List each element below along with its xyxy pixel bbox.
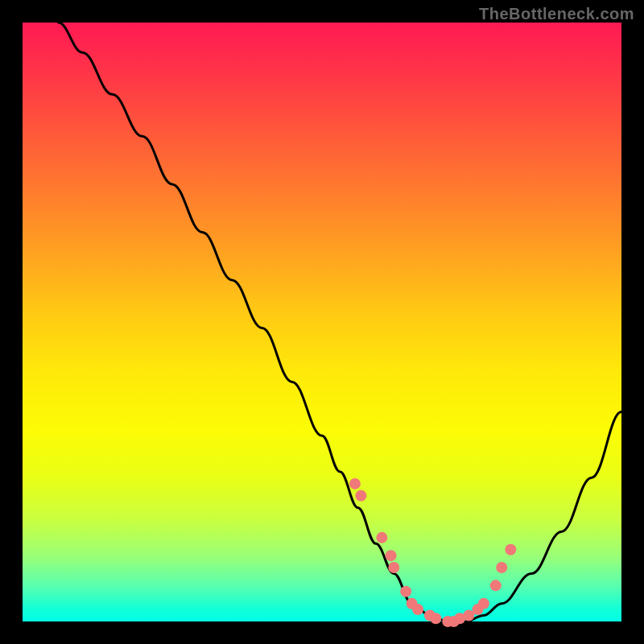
data-dot [400,586,411,597]
watermark-text: TheBottleneck.com [479,5,634,23]
data-dot [490,580,502,591]
data-dot [388,562,399,573]
data-dot [505,544,516,555]
data-dot [349,478,361,489]
data-dot [355,490,366,502]
data-dots-group [349,478,516,627]
data-dot [496,562,507,573]
data-dot [376,532,387,543]
data-dot [386,550,397,561]
data-dot [478,598,489,609]
data-dot [412,604,423,615]
data-dot [430,613,441,624]
bottleneck-curve-line [59,23,621,621]
bottleneck-chart [23,23,621,621]
